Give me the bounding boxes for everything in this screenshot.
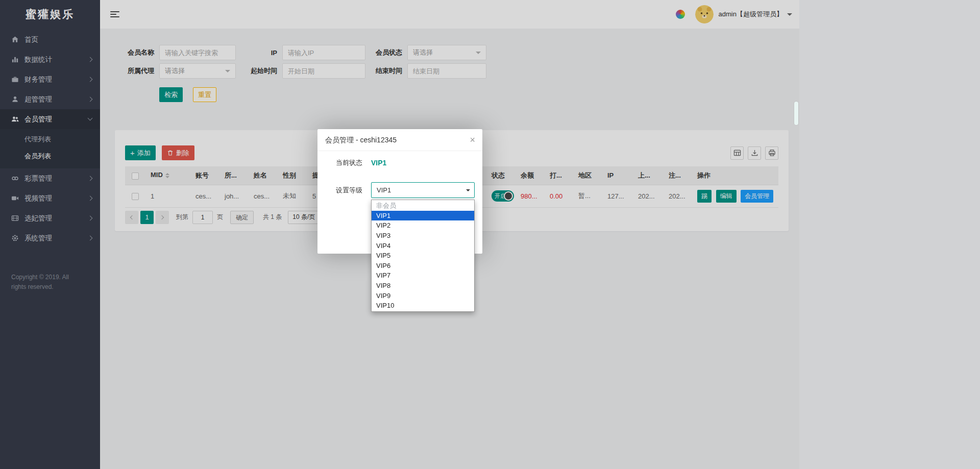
level-select-value: VIP1 — [377, 186, 391, 194]
dropdown-option[interactable]: VIP8 — [372, 281, 474, 291]
current-status-value: VIP1 — [371, 159, 386, 167]
current-status-row: 当前状态 VIP1 — [336, 158, 482, 168]
caret-down-icon — [466, 189, 470, 193]
modal-title: 会员管理 - ceshi12345 — [317, 129, 482, 151]
current-status-label: 当前状态 — [336, 158, 368, 167]
dropdown-option[interactable]: VIP4 — [372, 240, 474, 251]
dropdown-option[interactable]: VIP2 — [372, 220, 474, 231]
close-icon[interactable]: × — [470, 134, 475, 145]
dropdown-option-selected[interactable]: VIP1 — [372, 211, 474, 221]
level-select[interactable]: VIP1 — [371, 182, 475, 198]
set-level-row: 设置等级 VIP1 — [336, 182, 482, 198]
dropdown-option[interactable]: VIP10 — [372, 301, 474, 311]
dropdown-option[interactable]: VIP7 — [372, 270, 474, 281]
dropdown-option[interactable]: VIP5 — [372, 251, 474, 261]
level-select-dropdown: 非会员 VIP1 VIP2 VIP3 VIP4 VIP5 VIP6 VIP7 V… — [371, 200, 475, 312]
dropdown-option[interactable]: 非会员 — [372, 201, 474, 211]
dropdown-option[interactable]: VIP9 — [372, 290, 474, 301]
scrollbar-thumb[interactable] — [794, 102, 798, 125]
dropdown-option[interactable]: VIP3 — [372, 231, 474, 241]
dropdown-option[interactable]: VIP6 — [372, 261, 474, 271]
modal-overlay — [0, 0, 980, 469]
set-level-label: 设置等级 — [336, 186, 368, 195]
